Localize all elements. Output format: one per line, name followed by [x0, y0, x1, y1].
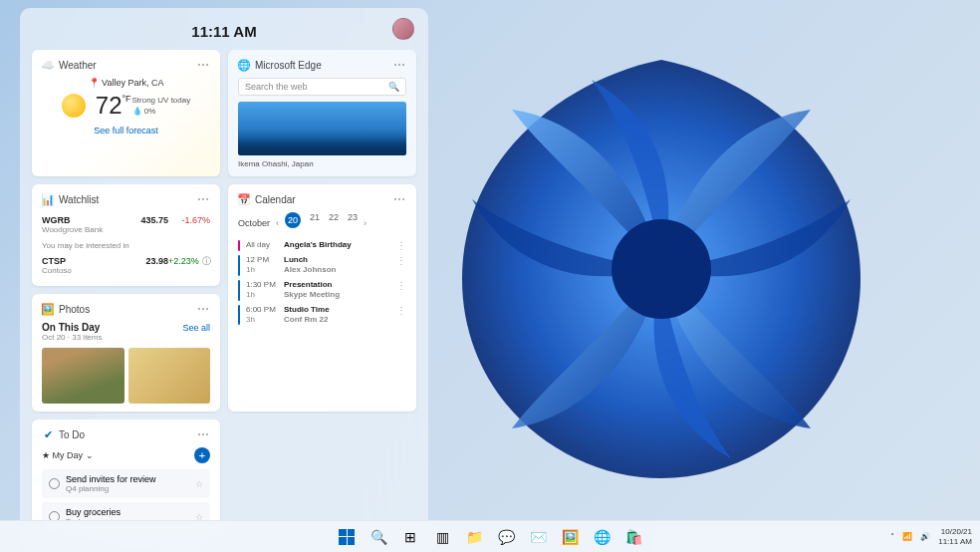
search-icon: 🔍 [388, 82, 399, 92]
user-avatar[interactable] [392, 18, 414, 40]
weather-condition: Strong UV today [132, 95, 191, 106]
search-input[interactable]: Search the web 🔍 [238, 78, 406, 96]
widgets-button[interactable]: ▥ [429, 524, 455, 550]
sun-icon [62, 94, 86, 118]
weather-widget[interactable]: ☁️ Weather ⋯ 📍 Valley Park, CA 72°F Stro… [32, 50, 220, 176]
watchlist-icon: 📊 [42, 193, 54, 205]
calendar-day[interactable]: 22 [329, 212, 339, 228]
todo-item[interactable]: Send invites for reviewQ4 planning☆ [42, 469, 210, 498]
search-button[interactable]: 🔍 [366, 524, 391, 550]
edge-caption: Ikema Ohashi, Japan [238, 159, 406, 168]
mail-button[interactable]: ✉️ [525, 524, 551, 550]
calendar-day[interactable]: 20 [285, 212, 301, 228]
todo-title: To Do [59, 429, 85, 440]
todo-list-select[interactable]: ★ My Day ⌄ [42, 450, 94, 460]
photos-heading: On This Day [42, 322, 102, 333]
todo-menu[interactable]: ⋯ [197, 427, 210, 441]
photos-meta: Oct 20 · 33 items [42, 333, 102, 342]
info-icon[interactable]: ⓘ [202, 256, 211, 266]
watchlist-note: You may be interested in [42, 241, 210, 250]
weather-icon: ☁️ [42, 59, 54, 71]
photo-thumb[interactable] [42, 348, 124, 404]
watchlist-title: Watchlist [59, 194, 99, 205]
calendar-event[interactable]: 12 PM1hLunchAlex Johnson⋮ [238, 255, 406, 276]
calendar-event[interactable]: 1:30 PM1hPresentationSkype Meeting⋮ [238, 280, 406, 301]
photos-button[interactable]: 🖼️ [557, 524, 583, 550]
weather-precip: 0% [144, 107, 156, 116]
stock-row[interactable]: WGRBWoodgrove Bank 435.75 -1.67% [42, 212, 210, 237]
calendar-day[interactable]: 23 [348, 212, 358, 228]
store-button[interactable]: 🛍️ [620, 524, 646, 550]
weather-title: Weather [59, 60, 97, 71]
edge-menu[interactable]: ⋯ [393, 58, 406, 72]
see-all-link[interactable]: See all [182, 323, 210, 333]
system-tray[interactable]: ˄ 📶 🔊 10/20/21 11:11 AM [890, 527, 972, 546]
calendar-menu[interactable]: ⋯ [393, 192, 406, 206]
widgets-panel: 11:11 AM ☁️ Weather ⋯ 📍 Valley Park, CA … [20, 8, 428, 536]
photo-thumb[interactable] [128, 348, 211, 404]
photos-widget[interactable]: 🖼️ Photos ⋯ On This Day Oct 20 · 33 item… [32, 294, 220, 412]
calendar-day[interactable]: 21 [310, 212, 320, 228]
svg-point-0 [612, 219, 711, 319]
forecast-link[interactable]: See full forecast [42, 126, 210, 136]
chat-button[interactable]: 💬 [493, 524, 519, 550]
panel-time: 11:11 AM [191, 23, 256, 40]
volume-icon[interactable]: 🔊 [920, 532, 930, 541]
calendar-widget[interactable]: 📅 Calendar ⋯ October ‹ 20 21 22 23 › All… [228, 184, 416, 412]
edge-icon: 🌐 [238, 59, 250, 71]
calendar-event[interactable]: 6:00 PM3hStudio TimeConf Rm 22⋮ [238, 305, 406, 326]
photos-menu[interactable]: ⋯ [197, 302, 210, 316]
weather-location: Valley Park, CA [102, 78, 163, 88]
prev-icon[interactable]: ‹ [276, 218, 279, 228]
calendar-title: Calendar [255, 194, 296, 205]
watchlist-menu[interactable]: ⋯ [197, 192, 210, 206]
edge-widget[interactable]: 🌐 Microsoft Edge ⋯ Search the web 🔍 Ikem… [228, 50, 416, 176]
tray-clock[interactable]: 10/20/21 11:11 AM [938, 527, 972, 546]
star-icon[interactable]: ☆ [195, 479, 203, 489]
start-button[interactable] [334, 524, 360, 550]
watchlist-widget[interactable]: 📊 Watchlist ⋯ WGRBWoodgrove Bank 435.75 … [32, 184, 220, 286]
photos-title: Photos [59, 304, 90, 315]
edge-image[interactable] [238, 102, 406, 155]
task-view-button[interactable]: ⊞ [397, 524, 423, 550]
stock-row[interactable]: CTSPContoso 23.98 +2.23%ⓘ [42, 252, 210, 278]
edge-title: Microsoft Edge [255, 60, 322, 71]
taskbar: 🔍 ⊞ ▥ 📁 💬 ✉️ 🖼️ 🌐 🛍️ ˄ 📶 🔊 10/20/21 11:1… [0, 520, 980, 552]
todo-icon: ✔ [42, 428, 54, 440]
wifi-icon[interactable]: 📶 [902, 532, 912, 541]
weather-menu[interactable]: ⋯ [197, 58, 210, 72]
todo-widget[interactable]: ✔ To Do ⋯ ★ My Day ⌄ + Send invites for … [32, 419, 220, 536]
checkbox[interactable] [49, 478, 60, 489]
chevron-down-icon: ⌄ [86, 450, 94, 460]
edge-button[interactable]: 🌐 [589, 524, 614, 550]
photos-icon: 🖼️ [42, 303, 54, 315]
calendar-month: October [238, 218, 270, 228]
calendar-event[interactable]: All dayAngela's Birthday⋮ [238, 240, 406, 251]
add-task-button[interactable]: + [194, 447, 210, 463]
chevron-up-icon[interactable]: ˄ [890, 532, 894, 541]
next-icon[interactable]: › [364, 218, 367, 228]
explorer-button[interactable]: 📁 [461, 524, 487, 550]
calendar-icon: 📅 [238, 193, 250, 205]
